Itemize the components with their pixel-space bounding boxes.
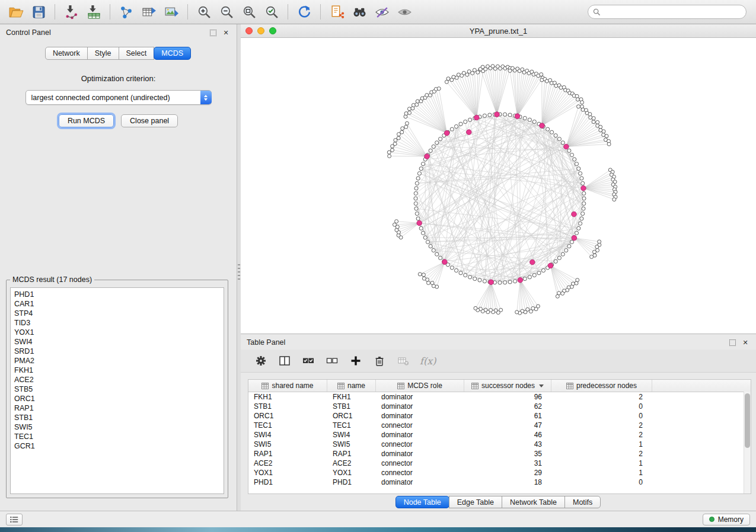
tab-edge-table[interactable]: Edge Table (449, 496, 502, 508)
table-row[interactable]: FKH1FKH1dominator962 (248, 392, 751, 402)
table-cell: dominator (376, 412, 464, 420)
table-scrollbar-thumb[interactable] (745, 393, 750, 448)
close-panel-button[interactable]: Close panel (121, 114, 178, 127)
table-settings-button[interactable] (254, 354, 268, 368)
close-panel-icon-button[interactable]: ✕ (221, 28, 231, 37)
mcds-result-item[interactable]: GCR1 (14, 441, 220, 451)
graphics-details-button[interactable] (372, 2, 392, 21)
column-header-label: predecessor nodes (576, 382, 637, 390)
table-cell: 2 (551, 450, 652, 458)
column-header-successor-nodes[interactable]: successor nodes (464, 380, 551, 392)
mcds-result-item[interactable]: SWI4 (14, 337, 220, 347)
clone-table-icon (142, 5, 157, 20)
tab-motifs[interactable]: Motifs (564, 496, 601, 508)
tab-mcds[interactable]: MCDS (154, 47, 191, 60)
mcds-result-item[interactable]: SWI5 (14, 422, 220, 432)
mcds-result-item[interactable]: ACE2 (14, 375, 220, 384)
mcds-result-item[interactable]: TEC1 (14, 432, 220, 441)
select-all-button[interactable] (301, 354, 315, 368)
column-header-name[interactable]: name (327, 380, 376, 392)
mcds-result-item[interactable]: YOX1 (14, 328, 220, 337)
table-row[interactable]: PHD1PHD1dominator180 (248, 477, 751, 487)
new-network-button[interactable] (116, 2, 136, 21)
split-panel-button[interactable] (277, 354, 292, 368)
mcds-result-item[interactable]: TID3 (14, 318, 220, 328)
column-header-label: shared name (272, 382, 313, 390)
attribute-grid-icon (471, 383, 479, 389)
export-image-button[interactable] (161, 2, 181, 21)
floppy-disk-icon (31, 5, 46, 20)
mcds-result-item[interactable]: STB5 (14, 384, 220, 394)
table-row[interactable]: ORC1ORC1dominator610 (248, 411, 751, 421)
attribute-grid-icon (566, 383, 573, 389)
mcds-result-item[interactable]: STB1 (14, 413, 220, 422)
float-table-panel-button[interactable] (728, 338, 737, 347)
zoom-selected-button[interactable] (261, 2, 282, 21)
refresh-layout-button[interactable] (294, 2, 314, 21)
zoom-out-button[interactable] (216, 2, 237, 21)
mcds-result-item[interactable]: STP4 (14, 309, 220, 318)
unchecked-boxes-icon (326, 355, 338, 367)
open-session-button[interactable] (6, 2, 26, 21)
find-button[interactable] (349, 2, 369, 21)
delete-column-button[interactable] (372, 354, 387, 368)
save-session-button[interactable] (28, 2, 49, 21)
deselect-all-button[interactable] (325, 354, 339, 368)
mcds-result-item[interactable]: ORC1 (14, 394, 220, 403)
table-row[interactable]: TEC1TEC1connector472 (248, 421, 751, 430)
import-network-button[interactable] (61, 2, 81, 21)
float-panel-button[interactable] (208, 28, 218, 37)
table-cell: dominator (376, 450, 464, 458)
toolbar-separator (288, 4, 288, 20)
table-row[interactable]: SWI5SWI5connector431 (248, 440, 751, 449)
import-table-button[interactable] (84, 2, 104, 21)
criterion-dropdown[interactable]: largest connected component (undirected) (25, 90, 212, 105)
show-hide-button[interactable] (394, 2, 414, 21)
tab-style[interactable]: Style (87, 47, 119, 60)
search-input[interactable] (604, 7, 741, 17)
tab-select[interactable]: Select (119, 47, 155, 60)
table-row[interactable]: SWI4SWI4dominator462 (248, 430, 751, 440)
mcds-result-item[interactable]: CAR1 (14, 299, 220, 309)
table-cell: 46 (464, 431, 551, 439)
tab-node-table[interactable]: Node Table (395, 496, 449, 508)
tab-network-table[interactable]: Network Table (502, 496, 565, 508)
close-table-panel-button[interactable]: ✕ (741, 338, 750, 347)
table-row[interactable]: ACE2ACE2connector311 (248, 459, 751, 468)
run-mcds-button[interactable]: Run MCDS (59, 114, 114, 127)
tab-network[interactable]: Network (45, 47, 88, 60)
table-panel: Table Panel ✕ (241, 334, 756, 511)
network-canvas[interactable] (241, 37, 756, 334)
mcds-result-item[interactable]: SRD1 (14, 347, 220, 356)
gear-icon (255, 355, 267, 367)
column-header-predecessor-nodes[interactable]: predecessor nodes (551, 380, 652, 392)
mcds-result-item[interactable]: PHD1 (14, 290, 220, 299)
memory-label: Memory (718, 515, 744, 524)
column-header-label: successor nodes (481, 382, 535, 390)
column-header-MCDS-role[interactable]: MCDS role (376, 380, 464, 392)
clear-table-button[interactable] (396, 354, 410, 368)
table-cell: 31 (464, 459, 551, 467)
zoom-in-button[interactable] (194, 2, 214, 21)
table-scrollbar[interactable] (744, 392, 751, 493)
mcds-result-item[interactable]: RAP1 (14, 403, 220, 413)
table-cell: dominator (376, 393, 464, 401)
share-document-button[interactable] (327, 2, 347, 21)
zoom-fit-button[interactable] (239, 2, 259, 21)
table-cell: 62 (464, 402, 551, 411)
table-row[interactable]: RAP1RAP1dominator352 (248, 449, 751, 459)
column-header-shared-name[interactable]: shared name (248, 380, 327, 392)
memory-button[interactable]: Memory (703, 514, 750, 525)
task-history-button[interactable] (6, 514, 23, 525)
mcds-result-item[interactable]: PMA2 (14, 356, 220, 366)
table-row[interactable]: YOX1YOX1connector291 (248, 468, 751, 477)
add-column-button[interactable] (349, 354, 363, 368)
mcds-result-list[interactable]: PHD1CAR1STP4TID3YOX1SWI4SRD1PMA2FKH1ACE2… (10, 287, 224, 494)
mcds-result-item[interactable]: FKH1 (14, 366, 220, 375)
table-cell: SWI5 (327, 440, 376, 448)
column-header-label: name (347, 382, 365, 390)
function-builder-button[interactable]: f(x) (420, 355, 436, 367)
table-row[interactable]: STB1STB1dominator620 (248, 402, 751, 411)
clone-network-button[interactable] (139, 2, 159, 21)
trash-icon (374, 355, 385, 367)
